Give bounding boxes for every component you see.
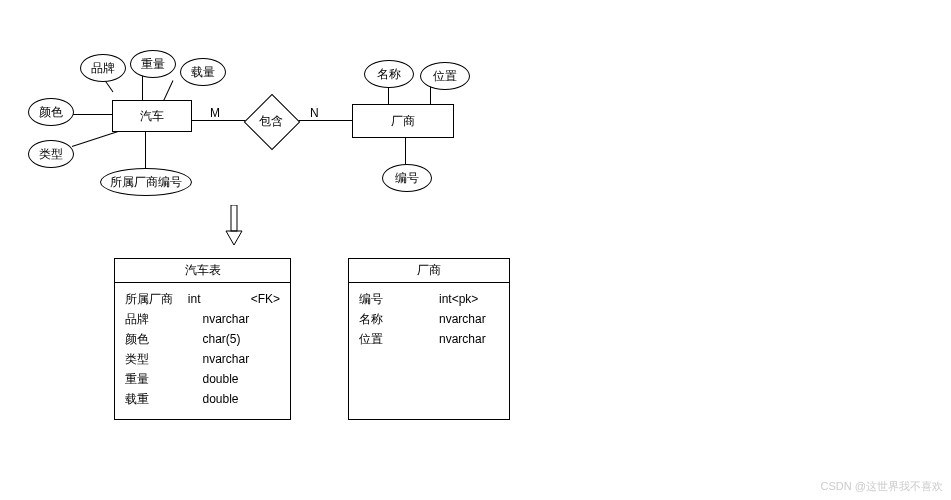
attr-type: 类型 [28,140,74,168]
entity-vendor: 厂商 [352,104,454,138]
connector [430,86,431,104]
connector [72,114,112,115]
connector [163,80,173,100]
connector [72,131,120,147]
connector [405,136,406,164]
arrow-down-icon [224,205,244,247]
attr-vendor-id: 所属厂商编号 [100,168,192,196]
cardinality-right: N [310,106,319,120]
attr-weight: 重量 [130,50,176,78]
table-vendor-body: 编号int<pk> 名称nvarchar 位置nvarchar [349,283,509,355]
watermark: CSDN @这世界我不喜欢 [821,479,943,494]
connector [105,80,114,92]
attr-id: 编号 [382,164,432,192]
relationship-label: 包含 [252,102,290,140]
connector [388,86,389,104]
attr-brand: 品牌 [80,54,126,82]
cardinality-left: M [210,106,220,120]
svg-marker-1 [226,231,242,245]
table-row: 载重double [125,389,280,409]
table-row: 类型nvarchar [125,349,280,369]
svg-rect-0 [231,205,237,231]
table-car: 汽车表 所属厂商int<FK> 品牌nvarchar 颜色char(5) 类型n… [114,258,291,420]
attr-location: 位置 [420,62,470,90]
connector [190,120,250,121]
table-row: 所属厂商int<FK> [125,289,280,309]
table-row: 重量double [125,369,280,389]
entity-car: 汽车 [112,100,192,132]
connector [145,130,146,168]
table-vendor: 厂商 编号int<pk> 名称nvarchar 位置nvarchar [348,258,510,420]
attr-name: 名称 [364,60,414,88]
table-vendor-title: 厂商 [349,259,509,283]
table-row: 颜色char(5) [125,329,280,349]
table-car-title: 汽车表 [115,259,290,283]
table-row: 名称nvarchar [359,309,499,329]
entity-vendor-label: 厂商 [391,113,415,130]
attr-load: 载量 [180,58,226,86]
entity-car-label: 汽车 [140,108,164,125]
table-car-body: 所属厂商int<FK> 品牌nvarchar 颜色char(5) 类型nvarc… [115,283,290,415]
connector [142,76,143,102]
table-row: 编号int<pk> [359,289,499,309]
table-row: 品牌nvarchar [125,309,280,329]
attr-color: 颜色 [28,98,74,126]
table-row: 位置nvarchar [359,329,499,349]
